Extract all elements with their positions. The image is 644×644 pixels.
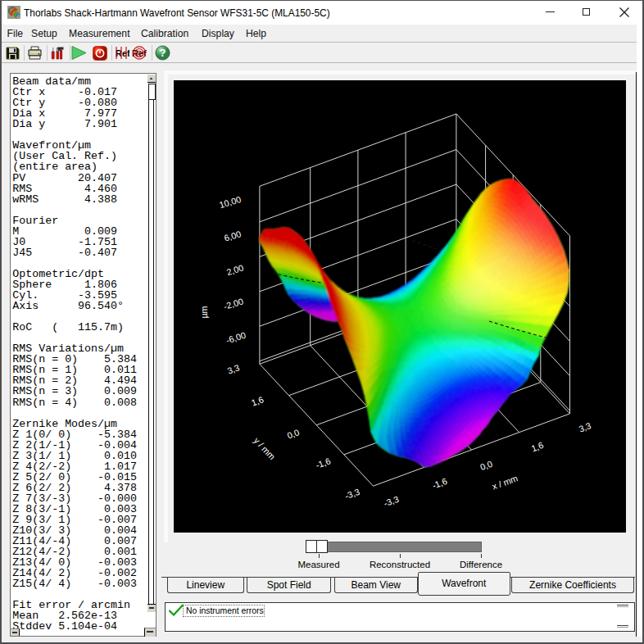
svg-text:y / mm: y / mm (252, 435, 277, 461)
svg-text:x / mm: x / mm (491, 473, 519, 491)
svg-text:Ref: Ref (116, 48, 129, 58)
svg-text:-1,6: -1,6 (315, 456, 333, 470)
svg-text:0,0: 0,0 (286, 427, 301, 440)
svg-text:-3,3: -3,3 (383, 494, 401, 509)
svg-text:3,3: 3,3 (226, 362, 241, 375)
svg-text:-3,3: -3,3 (343, 487, 361, 501)
svg-text:6,00: 6,00 (223, 229, 243, 243)
svg-text:3,3: 3,3 (578, 420, 592, 433)
svg-text:-6,00: -6,00 (224, 330, 247, 346)
svg-text:-1,6: -1,6 (431, 476, 449, 491)
svg-text:µm: µm (199, 306, 209, 318)
svg-text:0,0: 0,0 (478, 459, 493, 472)
svg-text:1,6: 1,6 (530, 440, 545, 453)
svg-text:?: ? (160, 47, 166, 59)
svg-text:2,00: 2,00 (225, 263, 245, 278)
svg-text:10,00: 10,00 (218, 194, 242, 210)
svg-text:1,6: 1,6 (250, 394, 265, 407)
svg-text:-2,00: -2,00 (222, 296, 244, 311)
